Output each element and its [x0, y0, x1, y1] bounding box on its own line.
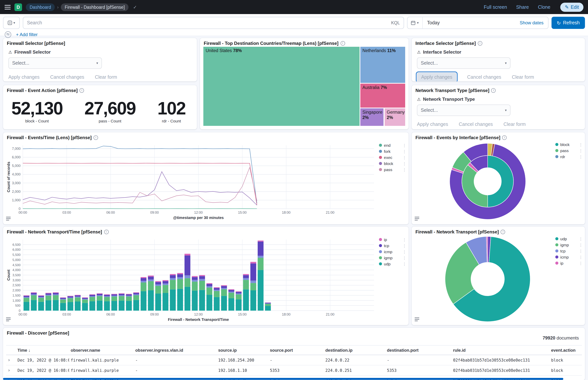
- expand-row-icon[interactable]: ›: [8, 368, 10, 373]
- column-header-destination-port[interactable]: destination.port: [386, 345, 452, 355]
- info-icon[interactable]: i: [340, 41, 345, 46]
- legend-item[interactable]: pass⋮: [555, 148, 583, 153]
- legend-toggle-icon[interactable]: [6, 215, 11, 222]
- legend-item[interactable]: igmp⋮: [555, 243, 583, 247]
- column-header-rule-id[interactable]: rule.id: [452, 345, 550, 355]
- legend-item[interactable]: udp⋮: [555, 236, 583, 241]
- legend-toggle-icon[interactable]: [415, 316, 419, 323]
- apply-changes-button[interactable]: Apply changes: [417, 73, 457, 81]
- network-transport-type-dropdown[interactable]: Select...▾: [417, 105, 511, 116]
- legend-options-icon[interactable]: ⋮: [403, 250, 406, 254]
- info-icon[interactable]: i: [104, 230, 109, 234]
- column-header-observer-ingress-vlan-id[interactable]: observer.ingress.vlan.id: [134, 345, 217, 355]
- legend-item[interactable]: pass⋮: [379, 167, 406, 172]
- legend-item[interactable]: block⋮: [379, 161, 406, 166]
- legend-options-icon[interactable]: ⋮: [403, 168, 406, 172]
- breadcrumb-dashboard[interactable]: Dashboard: [26, 3, 55, 11]
- add-filter-button[interactable]: + Add filter: [16, 32, 38, 37]
- legend-options-icon[interactable]: ⋮: [403, 237, 406, 242]
- legend-options-icon[interactable]: ⋮: [579, 243, 583, 247]
- full-screen-button[interactable]: Full screen: [484, 4, 507, 10]
- legend-options-icon[interactable]: ⋮: [403, 155, 406, 159]
- interface-selector-dropdown[interactable]: Select...▾: [417, 57, 511, 69]
- cancel-changes-button[interactable]: Cancel changes: [467, 75, 501, 80]
- apply-changes-button[interactable]: Apply changes: [8, 75, 39, 80]
- legend-item[interactable]: fork⋮: [379, 149, 406, 153]
- clear-form-button[interactable]: Clear form: [95, 75, 117, 80]
- network-transport-donut-chart[interactable]: [415, 236, 556, 323]
- table-row[interactable]: ›Dec 19, 2022 @ 16:08:08.000firewall.kal…: [6, 355, 582, 365]
- legend-item[interactable]: tcp⋮: [555, 249, 583, 253]
- info-icon[interactable]: i: [93, 135, 98, 140]
- info-icon[interactable]: i: [80, 88, 84, 93]
- legend-item[interactable]: ip⋮: [555, 261, 583, 265]
- search-input[interactable]: [27, 20, 388, 25]
- show-dates-button[interactable]: Show dates: [520, 20, 548, 25]
- calendar-menu-button[interactable]: ▾: [407, 17, 423, 29]
- legend-options-icon[interactable]: ⋮: [403, 161, 406, 166]
- share-button[interactable]: Share: [516, 4, 529, 10]
- refresh-button[interactable]: ↻Refresh: [551, 17, 585, 29]
- info-icon[interactable]: i: [502, 135, 507, 140]
- column-header-destination-ip[interactable]: destination.ip: [324, 345, 386, 355]
- treemap-cell-netherlands[interactable]: Netherlands 11%: [360, 46, 405, 83]
- legend-item[interactable]: end⋮: [379, 143, 406, 148]
- column-header-observer-name[interactable]: observer.name: [69, 345, 134, 355]
- legend-item[interactable]: exec⋮: [379, 155, 406, 160]
- column-header-source-ip[interactable]: source.ip: [217, 345, 268, 355]
- deployment-badge[interactable]: D: [15, 3, 22, 11]
- clone-button[interactable]: Clone: [538, 4, 550, 10]
- network-transport-bar-chart[interactable]: 00:0003:0006:0009:0012:0015:0018:0021:00…: [5, 236, 378, 322]
- treemap-cell-singapore[interactable]: Singapore 2%: [360, 108, 384, 126]
- legend-item[interactable]: icmp⋮: [555, 255, 583, 259]
- info-icon[interactable]: i: [491, 88, 496, 93]
- table-row[interactable]: ›Dec 19, 2022 @ 16:08:07.000firewall.kal…: [6, 365, 582, 376]
- legend-item[interactable]: tcp⋮: [379, 243, 406, 248]
- treemap-cell-australia[interactable]: Australia 7%: [360, 83, 405, 108]
- edit-button[interactable]: ✎Edit: [560, 2, 584, 12]
- clear-form-button[interactable]: Clear form: [503, 122, 526, 127]
- legend-options-icon[interactable]: ⋮: [403, 149, 406, 153]
- column-header-time[interactable]: Time↓: [16, 345, 69, 355]
- cancel-changes-button[interactable]: Cancel changes: [50, 75, 84, 80]
- column-header-event-action[interactable]: event.action: [550, 345, 582, 355]
- legend-toggle-icon[interactable]: [6, 316, 11, 323]
- legend-options-icon[interactable]: ⋮: [579, 249, 583, 253]
- legend-item[interactable]: udp⋮: [379, 262, 406, 266]
- legend-item[interactable]: block⋮: [555, 142, 583, 147]
- legend-item[interactable]: rdr⋮: [555, 154, 583, 159]
- legend-item[interactable]: icmp⋮: [379, 249, 406, 254]
- destination-countries-treemap[interactable]: United States 78%Netherlands 11%Australi…: [203, 46, 405, 126]
- sort-descending-icon[interactable]: ↓: [28, 348, 30, 352]
- legend-toggle-icon[interactable]: [415, 215, 419, 222]
- events-by-interface-donut-chart[interactable]: [415, 141, 556, 222]
- cancel-changes-button[interactable]: Cancel changes: [459, 122, 493, 127]
- legend-options-icon[interactable]: ⋮: [403, 256, 406, 260]
- apply-changes-button[interactable]: Apply changes: [417, 122, 448, 127]
- legend-options-icon[interactable]: ⋮: [403, 244, 406, 248]
- legend-options-icon[interactable]: ⋮: [403, 262, 406, 266]
- legend-options-icon[interactable]: ⋮: [403, 143, 406, 147]
- legend-item[interactable]: igmp⋮: [379, 255, 406, 260]
- legend-options-icon[interactable]: ⋮: [579, 261, 583, 265]
- date-range-value[interactable]: Today: [423, 20, 520, 25]
- expand-row-icon[interactable]: ›: [8, 357, 10, 363]
- horizontal-scrollbar[interactable]: [3, 378, 563, 380]
- treemap-cell-united-states[interactable]: United States 78%: [203, 46, 360, 126]
- query-language-button[interactable]: KQL: [388, 20, 400, 25]
- legend-options-icon[interactable]: ⋮: [579, 154, 583, 159]
- info-icon[interactable]: i: [501, 230, 505, 234]
- column-header-source-port[interactable]: source.port: [268, 345, 324, 355]
- legend-options-icon[interactable]: ⋮: [579, 255, 583, 259]
- legend-options-icon[interactable]: ⋮: [579, 142, 583, 147]
- legend-options-icon[interactable]: ⋮: [579, 149, 583, 153]
- events-time-line-chart[interactable]: 00:0003:0006:0009:0012:0015:0018:0021:00…: [5, 142, 378, 220]
- firewall-selector-dropdown[interactable]: Select...▾: [8, 57, 102, 69]
- legend-item[interactable]: ip⋮: [379, 237, 406, 242]
- clear-form-button[interactable]: Clear form: [512, 75, 534, 80]
- saved-query-menu-button[interactable]: ▾: [3, 17, 20, 29]
- filter-options-icon[interactable]: [4, 31, 11, 38]
- info-icon[interactable]: i: [478, 41, 482, 46]
- legend-options-icon[interactable]: ⋮: [579, 237, 583, 241]
- menu-icon[interactable]: [4, 4, 11, 10]
